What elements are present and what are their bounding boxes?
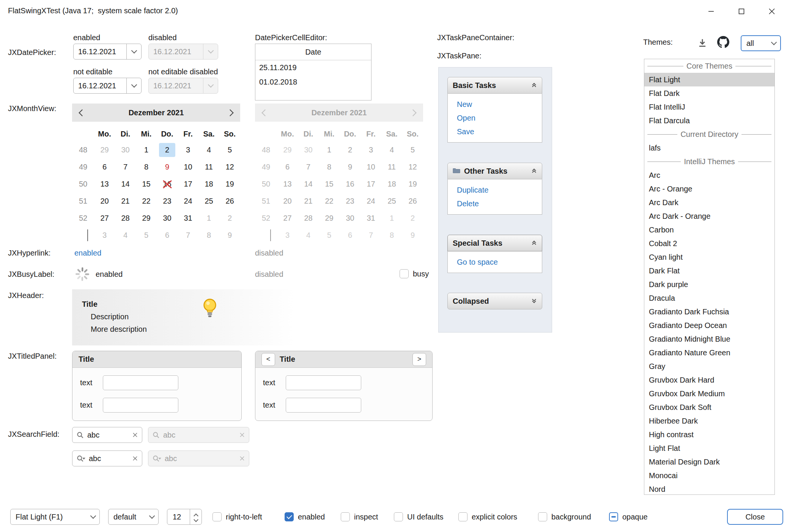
calendar-day[interactable]: 5 [136, 227, 157, 244]
explicit-colors-checkbox[interactable] [458, 512, 467, 521]
font-size-value[interactable]: 12 [167, 513, 190, 521]
task-link[interactable]: Delete [448, 197, 542, 210]
task-link[interactable]: Go to space [448, 255, 542, 269]
opaque-checkbox-row[interactable]: opaque [609, 509, 648, 525]
search-field-enabled[interactable]: abc [72, 427, 142, 443]
calendar-day[interactable]: 3 [94, 227, 115, 244]
theme-item[interactable]: Arc [644, 168, 774, 182]
theme-item[interactable]: Cobalt 2 [644, 237, 774, 250]
theme-item[interactable]: Cyan light [644, 250, 774, 264]
github-icon[interactable] [717, 36, 729, 50]
calendar-day[interactable]: 6 [94, 159, 115, 176]
calendar-day[interactable]: 31 [178, 210, 198, 227]
spinner-buttons[interactable] [190, 509, 201, 524]
inspect-checkbox[interactable] [341, 512, 350, 521]
theme-item[interactable]: Gray [644, 359, 774, 373]
calendar-day[interactable]: 14 [115, 176, 136, 193]
theme-item[interactable]: Gruvbox Dark Hard [644, 373, 774, 387]
collapse-chevron-up-icon[interactable] [531, 81, 537, 90]
calendar-day[interactable]: 9 [157, 159, 178, 176]
calendar-day[interactable]: 2 [157, 141, 178, 159]
search-input[interactable]: abc [87, 431, 129, 439]
date-picker-dropdown-button[interactable] [126, 78, 141, 93]
date-picker-not-editable[interactable]: 16.12.2021 [73, 78, 142, 94]
task-pane-title-bar[interactable]: Other Tasks [447, 163, 542, 179]
calendar-day[interactable]: 1 [136, 141, 157, 159]
explicit-colors-checkbox-row[interactable]: explicit colors [458, 509, 517, 525]
theme-item[interactable]: High contrast [644, 428, 774, 441]
calendar-day[interactable]: 16 [157, 176, 178, 193]
collapse-chevron-up-icon[interactable] [531, 239, 537, 248]
calendar-day[interactable]: 8 [136, 159, 157, 176]
theme-item[interactable]: Arc Dark - Orange [644, 209, 774, 223]
calendar-day[interactable]: 10 [178, 159, 198, 176]
theme-item[interactable]: Arc - Orange [644, 182, 774, 196]
task-pane-title-bar[interactable]: Special Tasks [447, 235, 542, 251]
table-row[interactable]: 01.02.2018 [255, 75, 371, 89]
calendar-day[interactable]: 25 [198, 193, 219, 210]
task-pane-title-bar[interactable]: Collapsed [447, 293, 542, 309]
table-row[interactable]: 25.11.2019 [255, 60, 371, 75]
background-checkbox-row[interactable]: background [538, 509, 591, 525]
next-button[interactable]: > [412, 353, 426, 366]
theme-item[interactable]: lafs [644, 141, 774, 155]
calendar-day[interactable]: 18 [198, 176, 219, 193]
theme-item[interactable]: Dark Flat [644, 264, 774, 278]
busy-checkbox-row[interactable]: busy [400, 266, 429, 282]
theme-item[interactable]: Carbon [644, 223, 774, 237]
theme-item[interactable]: Flat Darcula [644, 114, 774, 127]
calendar-day[interactable]: 29 [136, 210, 157, 227]
ui-defaults-checkbox-row[interactable]: UI defaults [394, 509, 444, 525]
date-picker-value[interactable]: 16.12.2021 [74, 47, 126, 56]
enabled-checkbox-row[interactable]: enabled [285, 509, 325, 525]
busy-checkbox[interactable] [400, 269, 409, 278]
theme-item[interactable]: Material Design Dark [644, 455, 774, 469]
theme-item[interactable]: Flat IntelliJ [644, 100, 774, 114]
inspect-checkbox-row[interactable]: inspect [341, 509, 378, 525]
task-link[interactable]: Duplicate [448, 183, 542, 197]
theme-item[interactable]: Gruvbox Dark Medium [644, 387, 774, 400]
calendar-day[interactable]: 30 [157, 210, 178, 227]
search-field-menu-enabled[interactable]: abc [72, 450, 142, 466]
calendar-day[interactable]: 20 [94, 193, 115, 210]
task-link[interactable]: New [448, 97, 542, 111]
theme-item[interactable]: Dark purple [644, 278, 774, 291]
right-to-left-checkbox[interactable] [212, 512, 222, 521]
expand-chevron-down-icon[interactable] [531, 297, 537, 306]
ui-defaults-checkbox[interactable] [394, 512, 403, 521]
maximize-button[interactable] [726, 0, 757, 23]
background-checkbox[interactable] [538, 512, 547, 521]
clear-icon[interactable] [132, 432, 138, 438]
calendar-day[interactable]: 21 [115, 193, 136, 210]
font-size-spinner[interactable]: 12 [167, 509, 202, 525]
table-column-header[interactable]: Date [255, 44, 371, 60]
text-field[interactable] [286, 375, 361, 390]
clear-icon[interactable] [132, 456, 138, 461]
next-month-icon[interactable] [227, 109, 233, 116]
close-window-button[interactable] [757, 0, 787, 23]
calendar-day[interactable]: 4 [198, 141, 219, 159]
calendar-day[interactable]: 30 [115, 141, 136, 159]
themes-filter-combo[interactable]: all [741, 35, 781, 51]
chevron-down-icon[interactable] [194, 517, 198, 522]
calendar-day[interactable]: 7 [115, 159, 136, 176]
theme-item[interactable]: Nord [644, 482, 774, 495]
calendar-day[interactable]: 28 [115, 210, 136, 227]
search-input[interactable]: abc [89, 454, 129, 463]
date-picker-enabled[interactable]: 16.12.2021 [73, 44, 142, 60]
calendar-day[interactable]: 29 [94, 141, 115, 159]
calendar-day[interactable]: 1 [198, 210, 219, 227]
download-icon[interactable] [697, 38, 707, 50]
calendar-day[interactable]: 5 [219, 141, 240, 159]
minimize-button[interactable] [696, 0, 726, 23]
calendar-day[interactable]: 27 [94, 210, 115, 227]
calendar-day[interactable]: 6 [157, 227, 178, 244]
theme-item[interactable]: Dracula [644, 291, 774, 305]
enabled-checkbox[interactable] [285, 512, 294, 521]
task-link[interactable]: Save [448, 125, 542, 138]
prev-button[interactable]: < [261, 353, 275, 366]
calendar-day[interactable]: 12 [219, 159, 240, 176]
font-combo[interactable]: default [108, 509, 159, 525]
calendar-day[interactable]: 19 [219, 176, 240, 193]
theme-combo[interactable]: Flat Light (F1) [10, 509, 100, 525]
